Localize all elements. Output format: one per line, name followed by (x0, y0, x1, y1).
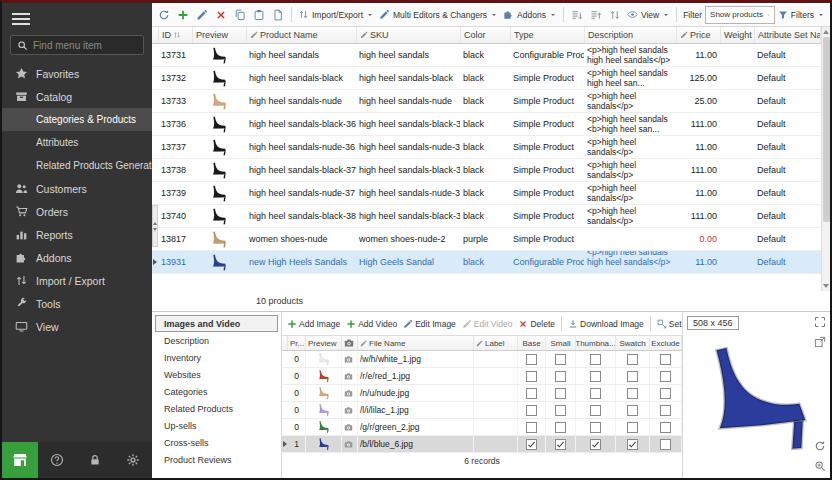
checkbox-base[interactable] (526, 422, 537, 433)
checkbox-base[interactable] (526, 405, 537, 416)
image-row-l-i-lilac-1-jpg[interactable]: 0/l/i/lilac_1.jpg (282, 402, 682, 419)
paste-button[interactable] (250, 5, 268, 25)
filters-menu[interactable]: Filters (776, 5, 827, 25)
collapse-rows-button[interactable] (587, 5, 605, 25)
column-header-color[interactable]: Color (461, 27, 511, 43)
view-menu[interactable]: View (625, 5, 672, 25)
checkbox-swatch[interactable] (627, 354, 638, 365)
checkbox-thumbnail[interactable] (590, 405, 601, 416)
column-header-small[interactable]: Small (546, 336, 576, 350)
image-row-w-h-white-1-jpg[interactable]: 0/w/h/white_1.jpg (282, 351, 682, 368)
product-row-13739[interactable]: 13739high heel sandals-nude-37high heel … (152, 182, 821, 205)
tab-description[interactable]: Description (155, 332, 278, 349)
set-resize-rule-button[interactable]: Set Resize Rule (654, 319, 682, 329)
product-row-13738[interactable]: 13738high heel sandals-black-37high heel… (152, 159, 821, 182)
checkbox-swatch[interactable] (627, 371, 638, 382)
refresh-button[interactable] (155, 5, 173, 25)
sort-rows-button[interactable] (606, 5, 624, 25)
checkbox-swatch[interactable] (627, 405, 638, 416)
column-header-pr[interactable]: Pr... (288, 336, 306, 350)
lock-button[interactable] (76, 453, 114, 467)
column-header-swatch[interactable]: Swatch (616, 336, 650, 350)
checkbox-exclude[interactable] (660, 422, 671, 433)
tab-inventory[interactable]: Inventory (155, 349, 278, 366)
column-header-camera[interactable] (342, 336, 358, 350)
column-header-exclude[interactable]: Exclude (650, 336, 682, 350)
tab-cross-sells[interactable]: Cross-sells (155, 434, 278, 451)
search-input[interactable] (33, 40, 137, 51)
tab-related-products[interactable]: Related Products (155, 400, 278, 417)
image-row-g-r-green-2-jpg[interactable]: 0/g/r/green_2.jpg (282, 419, 682, 436)
vertical-scrollbar[interactable] (821, 27, 830, 291)
expand-rows-button[interactable] (568, 5, 586, 25)
product-row-13731[interactable]: 13731high heel sandalshigh heel sandalsb… (152, 44, 821, 67)
multi-editors-menu[interactable]: Multi Editors & Changers (377, 5, 500, 25)
checkbox-base[interactable] (526, 439, 537, 450)
column-header-base[interactable]: Base (518, 336, 546, 350)
checkbox-thumbnail[interactable] (590, 439, 601, 450)
panel-splitter[interactable] (152, 205, 158, 247)
checkbox-small[interactable] (555, 371, 566, 382)
image-size-field[interactable]: 508 x 456 (687, 316, 739, 330)
document-button[interactable] (269, 5, 287, 25)
checkbox-base[interactable] (526, 388, 537, 399)
checkbox-exclude[interactable] (660, 388, 671, 399)
sidebar-item-addons[interactable]: Addons (2, 246, 152, 269)
checkbox-exclude[interactable] (660, 371, 671, 382)
column-header-description[interactable]: Description (585, 27, 677, 43)
product-row-13737[interactable]: 13737high heel sandals-nude-36high heel … (152, 136, 821, 159)
menu-toggle-button[interactable] (2, 3, 42, 32)
copy-button[interactable] (231, 5, 249, 25)
sidebar-item-reports[interactable]: Reports (2, 223, 152, 246)
checkbox-exclude[interactable] (660, 439, 671, 450)
column-header-sku[interactable]: SKU (357, 27, 461, 43)
sidebar-item-import-export[interactable]: Import / Export (2, 269, 152, 292)
checkbox-small[interactable] (555, 405, 566, 416)
product-row-13931[interactable]: 13931new High Heels SandalsHigh Geels Sa… (152, 251, 821, 274)
edit-image-button[interactable]: Edit Image (400, 319, 459, 329)
checkbox-small[interactable] (555, 388, 566, 399)
product-row-13740[interactable]: 13740high heel sandals-black-38high heel… (152, 205, 821, 228)
column-header-id[interactable]: ID (159, 27, 193, 43)
add-video-button[interactable]: Add Video (343, 319, 400, 329)
product-row-13732[interactable]: 13732high heel sandals-blackhigh heel sa… (152, 67, 821, 90)
import-export-menu[interactable]: Import/Export (296, 5, 376, 25)
zoom-button[interactable] (814, 460, 826, 472)
category-filter-select[interactable]: Show products from selected categories (705, 6, 775, 24)
add-image-button[interactable]: Add Image (284, 319, 343, 329)
checkbox-small[interactable] (555, 439, 566, 450)
sidebar-item-attributes[interactable]: Attributes (2, 131, 152, 154)
tab-product-reviews[interactable]: Product Reviews (155, 451, 278, 468)
sidebar-item-favorites[interactable]: Favorites (2, 62, 152, 85)
checkbox-thumbnail[interactable] (590, 354, 601, 365)
addons-menu[interactable]: Addons (501, 5, 559, 25)
scroll-up-arrow[interactable] (823, 30, 829, 34)
checkbox-small[interactable] (555, 354, 566, 365)
add-product-button[interactable] (174, 5, 192, 25)
column-header-preview[interactable]: Preview (193, 27, 247, 43)
checkbox-base[interactable] (526, 354, 537, 365)
help-button[interactable] (38, 453, 76, 467)
sidebar-item-catalog[interactable]: Catalog (2, 85, 152, 108)
column-header-thumbna[interactable]: Thumbna... (576, 336, 616, 350)
settings-button[interactable] (114, 453, 152, 467)
sidebar-item-view[interactable]: View (2, 315, 152, 338)
tab-images-and-video[interactable]: Images and Video (155, 315, 278, 332)
checkbox-small[interactable] (555, 422, 566, 433)
edit-product-button[interactable] (193, 5, 211, 25)
checkbox-swatch[interactable] (627, 439, 638, 450)
column-header-label[interactable]: Label (474, 336, 518, 350)
sidebar-item-tools[interactable]: Tools (2, 292, 152, 315)
delete-product-button[interactable] (212, 5, 230, 25)
sidebar-item-orders[interactable]: Orders (2, 200, 152, 223)
product-row-13733[interactable]: 13733high heel sandals-nudehigh heel san… (152, 90, 821, 113)
delete-image-button[interactable]: Delete (515, 319, 558, 329)
image-row-n-u-nude-jpg[interactable]: 0/n/u/nude.jpg (282, 385, 682, 402)
column-header-weight[interactable]: Weight (721, 27, 755, 43)
image-row-b-l-blue-6-jpg[interactable]: 1/b/l/blue_6.jpg (282, 436, 682, 453)
column-header-type[interactable]: Type (511, 27, 585, 43)
product-row-13736[interactable]: 13736high heel sandals-black-36high heel… (152, 113, 821, 136)
checkbox-thumbnail[interactable] (590, 371, 601, 382)
column-header-preview[interactable]: Preview (306, 336, 342, 350)
column-header-file-name[interactable]: File Name (358, 336, 474, 350)
